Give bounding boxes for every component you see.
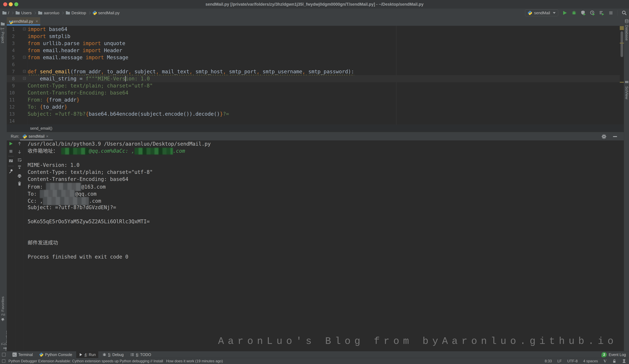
code-breadcrumb-bar: send_email() (7, 124, 624, 132)
folder-icon (2, 10, 7, 15)
code-text: from urllib.parse import unquote (28, 40, 125, 47)
tool-window-button-python-console[interactable]: Python Console (37, 351, 75, 358)
redacted-green-block (61, 148, 89, 154)
scrollbar-thumb[interactable] (621, 31, 623, 57)
line-separator[interactable]: LF (557, 359, 562, 363)
scroll-to-end-button[interactable] (17, 165, 22, 170)
run-console[interactable]: /usr/local/bin/python3.9 /Users/aaronluo… (7, 140, 624, 351)
breadcrumb-item-sendmailpy[interactable]: sendMail.py (92, 10, 120, 15)
fold-icon[interactable] (23, 77, 26, 80)
editor-line-14[interactable]: 14 (7, 118, 620, 124)
rerun-button[interactable] (8, 141, 13, 146)
inspection-indicator[interactable] (620, 26, 624, 30)
fold-icon[interactable] (23, 28, 26, 30)
breadcrumb-function[interactable]: send_email() (30, 126, 52, 130)
console-line (28, 225, 624, 232)
file-encoding[interactable]: UTF-8 (567, 359, 578, 363)
warning-stripe-mark[interactable] (620, 82, 624, 83)
pin-tab-button[interactable] (8, 169, 13, 173)
notification-badge: 2 (602, 352, 607, 357)
tool-window-button-run[interactable]: 4: Run (76, 351, 98, 358)
close-icon[interactable]: × (36, 19, 38, 24)
stripe-button-project[interactable]: 1: Project (0, 22, 5, 43)
hector-inspection-icon[interactable] (622, 359, 626, 363)
soft-wrap-button[interactable] (17, 158, 22, 162)
console-line: 邮件发送成功 (28, 239, 624, 246)
restore-layout-button[interactable] (8, 158, 13, 163)
editor-line-6[interactable]: 6 (7, 61, 620, 68)
profiler-button[interactable] (590, 10, 595, 15)
console-line: Content-Transfer-Encoding: base64 (28, 176, 624, 183)
stripe-button-favorites[interactable]: 2: Favorites (0, 296, 5, 322)
warning-stripe-mark[interactable] (620, 43, 624, 44)
stripe-button-database[interactable]: Database (625, 19, 629, 41)
print-button[interactable] (17, 174, 22, 178)
line-number: 14 (7, 118, 15, 124)
debug-button[interactable] (571, 10, 577, 15)
editor-line-4[interactable]: 4from email.header import Header (7, 47, 620, 54)
ideavim-icon[interactable]: V (604, 359, 607, 364)
stripe-button-sciview[interactable]: SciView (625, 80, 629, 99)
status-switcher-icon[interactable] (2, 360, 5, 363)
stop-button (8, 149, 13, 154)
tool-window-button-terminal[interactable]: >_Terminal (10, 351, 35, 358)
console-line (28, 246, 624, 253)
search-everywhere-icon[interactable] (622, 10, 627, 15)
editor-line-5[interactable]: 5from email.message import Message (7, 54, 620, 61)
breadcrumb-item-desktop[interactable]: Desktop (66, 10, 86, 15)
editor-line-9[interactable]: 9Content-Type: text/plain; charset="utf-… (7, 82, 620, 89)
tool-window-button-debug[interactable]: 5: Debug (100, 351, 126, 358)
editor-line-3[interactable]: 3from urllib.parse import unquote (7, 40, 620, 47)
editor-line-2[interactable]: 2import smtplib (7, 33, 620, 40)
indent-setting[interactable]: 4 spaces (583, 359, 598, 363)
line-number: 6 (7, 61, 15, 68)
tab-label: sendMail.py (12, 19, 33, 24)
settings-gear-icon[interactable] (601, 134, 607, 139)
run-configuration-select[interactable]: sendMail (525, 9, 558, 16)
tool-window-switcher-icon[interactable] (2, 353, 6, 357)
blog-watermark: AaronLuo's Blog from byAaronluo.github.i… (218, 336, 617, 347)
event-log-button[interactable]: 2 Event Log (602, 352, 629, 357)
unlock-icon[interactable] (612, 359, 617, 363)
todo-icon (130, 353, 134, 357)
breadcrumb-item-[interactable]: / (2, 10, 9, 15)
tool-window-bar: >_TerminalPython Console4: Run5: Debug6:… (0, 351, 629, 358)
editor-line-11[interactable]: 11From: {from_addr} (7, 96, 620, 104)
folder-icon (66, 10, 70, 15)
close-icon[interactable]: × (46, 134, 48, 139)
down-stack-trace-button[interactable] (17, 150, 22, 154)
database-icon (625, 19, 629, 23)
editor-line-10[interactable]: 10Content-Transfer-Encoding: base64 (7, 89, 620, 96)
editor-line-8[interactable]: 8 email_string = f"""MIME-Version: 1.0 (7, 75, 620, 82)
caret-position[interactable]: 8:33 (545, 359, 552, 363)
fold-icon[interactable] (23, 56, 26, 59)
tab-sendmail-py[interactable]: sendMail.py × (7, 17, 40, 25)
breadcrumb-item-aaronluo[interactable]: aaronluo (38, 10, 59, 15)
run-tab-sendmail[interactable]: sendMail × (20, 132, 51, 140)
line-number: 9 (7, 82, 15, 89)
run-button[interactable] (562, 10, 567, 15)
status-message[interactable]: Python Debugger Extension Available: Cyt… (8, 359, 223, 363)
run-concurrency-button[interactable] (599, 10, 604, 15)
python-icon (92, 10, 97, 15)
run-tool-window-header: Run: sendMail × (7, 132, 624, 140)
code-editor[interactable]: 1import base642import smtplib3from urlli… (7, 26, 624, 124)
editor-line-1[interactable]: 1import base64 (7, 26, 620, 33)
tool-window-button-todo[interactable]: 6: TODO (128, 351, 154, 358)
editor-scrollbar[interactable] (620, 26, 624, 124)
clear-console-button[interactable] (17, 181, 22, 186)
run-with-coverage-button[interactable] (581, 10, 586, 15)
line-number: 5 (7, 54, 15, 61)
fold-icon[interactable] (23, 70, 26, 73)
console-line (28, 154, 624, 162)
breadcrumb-item-users[interactable]: Users (15, 10, 32, 15)
up-stack-trace-button[interactable] (17, 141, 22, 146)
console-line: Cc: ,.com (28, 197, 624, 204)
console-line: To: @qq.com (28, 190, 624, 197)
editor-line-12[interactable]: 12To: {to_addr} (7, 104, 620, 111)
navigation-bar: /UsersaaronluoDesktopsendMail.py sendMai… (0, 8, 629, 17)
hide-tool-window-icon[interactable] (613, 134, 618, 139)
editor-line-7[interactable]: 7def send_email(from_addr, to_addr, subj… (7, 68, 620, 75)
editor-line-13[interactable]: 13Subject: =?utf-8?b?{base64.b64encode(s… (7, 111, 620, 118)
run-toolbar-left (7, 140, 15, 351)
